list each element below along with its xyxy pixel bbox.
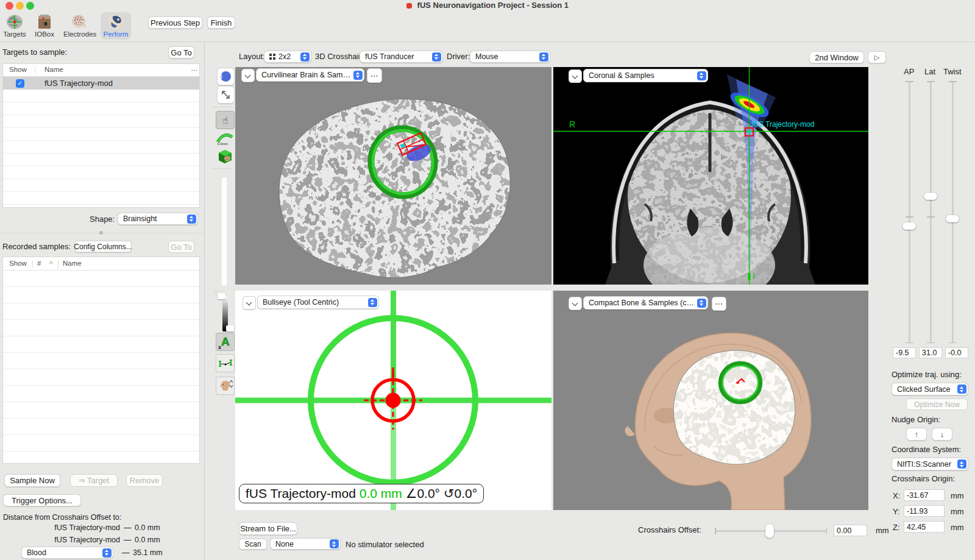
view-menu-chevron-button[interactable]: [243, 296, 256, 310]
samples-go-to-button[interactable]: Go To: [168, 241, 194, 253]
info-tool-button[interactable]: i: [217, 68, 235, 85]
crosshairs-offset-slider[interactable]: [715, 530, 827, 532]
stepper-icon: [697, 299, 706, 308]
column-header-name[interactable]: Name: [44, 66, 63, 73]
view-preset-value: Coronal & Samples: [589, 71, 695, 80]
checkbox-checked[interactable]: [16, 79, 24, 88]
view-more-button[interactable]: ⋯: [712, 297, 726, 311]
bullseye-render: [235, 291, 551, 510]
column-header-number[interactable]: #: [37, 260, 41, 267]
origin-y-value: -11.93: [907, 507, 928, 516]
samples-table-empty-rows[interactable]: [3, 271, 199, 463]
bottom-bar: Stream to File... Scan None No stimulato…: [205, 512, 888, 560]
samples-table: Show # ^ Name: [2, 257, 200, 464]
stepper-icon: [368, 298, 377, 307]
view-compact-bone[interactable]: Compact Bone & Samples (cus… ⋯: [553, 291, 868, 510]
sort-indicator[interactable]: ^: [49, 260, 52, 268]
crosshairs-origin-label: Crosshairs Origin:: [892, 474, 955, 483]
orientation-marker-right: R: [569, 119, 575, 129]
nudge-down-button[interactable]: ↓: [932, 428, 952, 441]
view-coronal[interactable]: R I fUS Trajectory-mod Coronal & Samples: [553, 67, 868, 285]
targets-go-to-button[interactable]: Go To: [168, 46, 194, 58]
finish-button[interactable]: Finish: [207, 16, 235, 29]
axes-tool-button[interactable]: [216, 354, 235, 372]
ap-slider[interactable]: [909, 81, 910, 343]
to-target-button[interactable]: ⇒ Target: [70, 474, 118, 487]
twist-slider-handle[interactable]: [946, 215, 959, 222]
twist-value-field[interactable]: -0.0: [945, 347, 968, 358]
cube-brain-icon: [216, 148, 233, 165]
origin-x-unit: mm: [951, 491, 964, 500]
targets-table-empty-rows[interactable]: [3, 90, 199, 207]
crosshairs-3d-select[interactable]: fUS Tranducer: [360, 51, 443, 63]
column-header-more[interactable]: …: [191, 65, 198, 72]
ap-value-field[interactable]: -9.5: [893, 347, 916, 358]
distance-value: 0.0 mm: [135, 523, 160, 532]
optimize-label: Optimize traj. using:: [892, 370, 962, 379]
view-preset-select[interactable]: Bullseye (Tool Centric): [257, 296, 379, 309]
optimize-select[interactable]: Clicked Surface: [892, 383, 968, 395]
target-row-selected[interactable]: fUS Trajectory-mod: [3, 77, 199, 90]
lat-value-field[interactable]: 31.0: [919, 347, 942, 358]
stepper-arrows-icon: [229, 380, 233, 388]
toolbar-item-perform[interactable]: Perform: [100, 13, 132, 38]
layout-select-value: 2x2: [278, 52, 298, 61]
offset-slider-handle[interactable]: [765, 524, 774, 538]
config-columns-button[interactable]: Config Columns...: [74, 241, 132, 252]
origin-z-field[interactable]: 42.45: [904, 521, 945, 533]
curvilinear-measure-tool-button[interactable]: 0.0mm: [216, 129, 233, 146]
annotation-labels-tool-button[interactable]: A x: [216, 333, 235, 351]
coordinate-system-select[interactable]: NIfTI:S:Scanner: [892, 458, 968, 470]
stepper-icon: [432, 52, 441, 62]
remove-button[interactable]: Remove: [126, 474, 163, 487]
stimulator-select[interactable]: None: [270, 538, 341, 550]
nudge-up-button[interactable]: ↑: [906, 428, 927, 441]
column-header-show[interactable]: Show: [9, 66, 27, 73]
previous-step-button[interactable]: Previous Step: [148, 16, 202, 29]
second-window-button[interactable]: 2nd Window: [809, 51, 864, 63]
column-header-show[interactable]: Show: [9, 260, 27, 267]
toolbar-item-targets[interactable]: Targets: [0, 13, 30, 38]
shape-select[interactable]: Brainsight: [118, 213, 198, 225]
splitter-handle-dot[interactable]: [99, 231, 103, 235]
resize-tool-button[interactable]: [217, 86, 235, 104]
scan-button[interactable]: Scan: [239, 539, 267, 550]
toolbar-item-electrodes[interactable]: Electrodes: [63, 13, 95, 38]
optimize-now-button[interactable]: Optimize Now: [906, 399, 968, 410]
cube-view-tool-button[interactable]: [216, 147, 233, 165]
ap-slider-handle[interactable]: [902, 222, 916, 230]
view-preset-select[interactable]: Coronal & Samples: [583, 69, 708, 82]
view-bullseye[interactable]: Bullseye (Tool Centric) fUS Trajectory-m…: [235, 291, 551, 510]
view-preset-select[interactable]: Curvilinear Brain & Samples: [256, 68, 364, 82]
offset-value-field[interactable]: 0.00: [834, 525, 867, 536]
toolbar-item-iobox[interactable]: IOBox: [29, 13, 60, 38]
view-curvilinear-brain[interactable]: Curvilinear Brain & Samples ⋯: [235, 67, 551, 285]
view-menu-chevron-button[interactable]: [241, 69, 255, 82]
stepper-icon: [187, 214, 196, 224]
trigger-options-button[interactable]: Trigger Options...: [3, 494, 81, 506]
view-menu-chevron-button[interactable]: [569, 297, 582, 310]
blood-select[interactable]: Blood: [21, 547, 113, 559]
origin-x-field[interactable]: -31.67: [904, 489, 945, 501]
drag-hand-tool-button[interactable]: ☝: [216, 111, 235, 129]
stream-to-file-button[interactable]: Stream to File...: [239, 522, 297, 535]
coronal-mri-render: [553, 67, 868, 285]
view-menu-chevron-button[interactable]: [569, 69, 582, 83]
sample-now-button[interactable]: Sample Now: [4, 474, 60, 487]
zoom-slider[interactable]: [221, 177, 227, 286]
layout-select[interactable]: 2x2: [264, 51, 311, 63]
lat-slider[interactable]: [930, 81, 932, 343]
column-header-name[interactable]: Name: [63, 260, 82, 267]
driver-select[interactable]: Mouse: [470, 51, 550, 63]
shape-select-value: Brainsight: [123, 214, 185, 223]
distance-target-name: fUS Trajectory-mod: [2, 536, 120, 544]
gradient-handle-top[interactable]: [218, 293, 225, 299]
gradient-handle-bottom[interactable]: [226, 325, 234, 331]
view-preset-select[interactable]: Compact Bone & Samples (cus…: [583, 296, 708, 310]
twist-slider[interactable]: [952, 81, 954, 343]
view-more-button[interactable]: ⋯: [367, 68, 382, 83]
origin-y-field[interactable]: -11.93: [904, 505, 945, 517]
lat-slider-handle[interactable]: [924, 193, 937, 200]
head-orientation-stepper[interactable]: [216, 377, 235, 395]
origin-z-unit: mm: [951, 523, 964, 532]
